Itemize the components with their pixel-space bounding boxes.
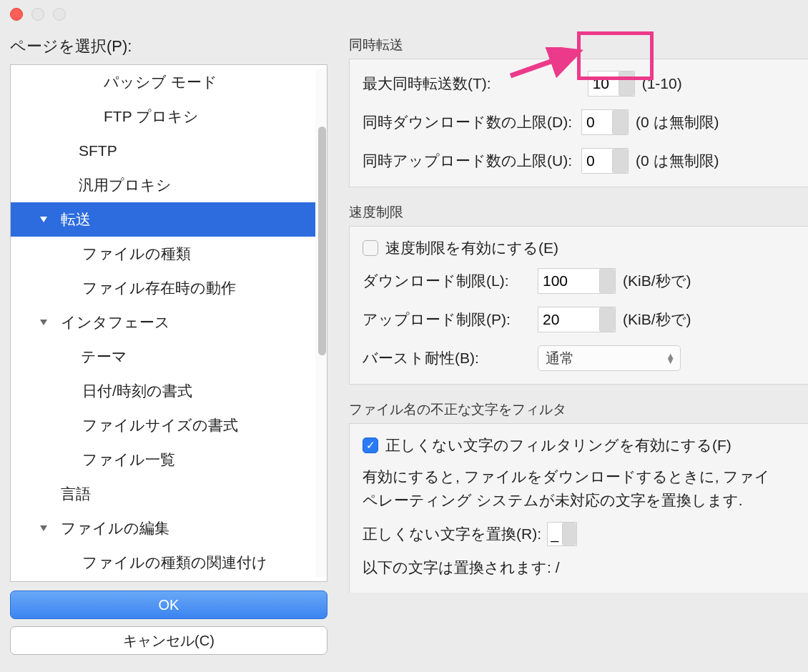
tree-item-label: ファイルの種類	[11, 244, 191, 264]
tree-item-label: SFTP	[11, 142, 117, 159]
tree-item-label: インタフェース	[11, 312, 170, 332]
burst-label: バースト耐性(B):	[363, 348, 538, 368]
tree-item[interactable]: ファイルの種類の関連付け	[11, 545, 315, 580]
replace-char-input[interactable]	[548, 523, 562, 545]
disclosure-triangle-icon[interactable]	[39, 524, 48, 533]
tree-item-label: パッシブ モード	[11, 72, 217, 92]
enable-speed-checkbox[interactable]	[363, 240, 378, 256]
max-uploads-label: 同時アップロード数の上限(U):	[363, 151, 572, 171]
replace-char-input-wrap[interactable]	[547, 522, 577, 546]
following-chars-label: 以下の文字は置換されます: /	[363, 556, 795, 580]
tree-item[interactable]: FTP プロキシ	[11, 99, 315, 134]
burst-value: 通常	[546, 349, 574, 368]
enable-speed-label: 速度制限を有効にする(E)	[385, 238, 558, 258]
cancel-button[interactable]: キャンセル(C)	[10, 626, 327, 655]
group-speed: 速度制限を有効にする(E) ダウンロード制限(L): (KiB/秒で) アップロ…	[349, 226, 808, 385]
tree-item[interactable]: 日付/時刻の書式	[11, 374, 315, 408]
disclosure-triangle-icon[interactable]	[39, 215, 48, 224]
tree-item-label: 転送	[11, 209, 91, 229]
disclosure-triangle-icon[interactable]	[39, 318, 48, 327]
upload-limit-input[interactable]	[538, 307, 599, 332]
replace-char-label: 正しくない文字を置換(R):	[363, 524, 541, 544]
tree-item-label: ファイルの編集	[11, 518, 169, 538]
stepper-icon[interactable]	[612, 149, 628, 173]
svg-marker-2	[40, 525, 47, 531]
tree-item[interactable]: ファイル一覧	[11, 443, 315, 477]
enable-filter-checkbox[interactable]: ✓	[363, 438, 378, 453]
tree-item-label: ファイルの種類の関連付け	[11, 553, 267, 573]
page-select-label: ページを選択(P):	[10, 36, 327, 57]
group-concurrent-title: 同時転送	[349, 36, 808, 54]
tree-item[interactable]: インタフェース	[11, 305, 315, 340]
group-concurrent: 最大同時転送数(T): (1-10) 同時ダウンロード数の上限(D): (0 は…	[349, 59, 808, 187]
tree-item-label: ファイルサイズの書式	[11, 415, 238, 435]
group-speed-title: 速度制限	[349, 203, 808, 222]
tree-item[interactable]: パッシブ モード	[11, 65, 315, 99]
stepper-icon[interactable]	[599, 269, 615, 293]
scrollbar-thumb[interactable]	[318, 127, 326, 355]
svg-marker-1	[40, 320, 47, 325]
max-uploads-hint: (0 は無制限)	[636, 151, 719, 171]
tree-item[interactable]: ファイルサイズの書式	[11, 408, 315, 443]
upload-limit-label: アップロード制限(P):	[363, 310, 538, 330]
tree-item[interactable]: 汎用プロキシ	[11, 168, 315, 202]
max-downloads-hint: (0 は無制限)	[636, 112, 719, 132]
ok-button[interactable]: OK	[10, 591, 327, 619]
tree-item-label: ファイル存在時の動作	[11, 278, 236, 298]
svg-marker-0	[40, 217, 47, 222]
download-limit-spinner[interactable]	[538, 268, 616, 294]
max-transfers-hint: (1-10)	[642, 75, 682, 92]
max-downloads-input[interactable]	[582, 110, 612, 134]
select-arrows-icon: ▲▼	[666, 353, 673, 363]
download-limit-unit: (KiB/秒で)	[623, 271, 691, 291]
filter-description: 有効にすると, ファイルをダウンロードするときに, ファイ ペレーティング シス…	[363, 465, 795, 512]
tree-item-label: 言語	[11, 484, 91, 504]
tree-item-label: 日付/時刻の書式	[11, 381, 192, 401]
tree-item[interactable]: 言語	[11, 477, 315, 511]
tree-item[interactable]: 転送	[11, 202, 315, 237]
settings-tree[interactable]: パッシブ モードFTP プロキシSFTP汎用プロキシ転送ファイルの種類ファイル存…	[10, 64, 327, 582]
upload-limit-spinner[interactable]	[538, 307, 616, 332]
tree-item[interactable]: ファイルの種類	[11, 237, 315, 271]
tree-item[interactable]: ファイル存在時の動作	[11, 271, 315, 305]
download-limit-input[interactable]	[538, 269, 599, 293]
stepper-icon[interactable]	[562, 523, 576, 545]
group-filter: ✓ 正しくない文字のフィルタリングを有効にする(F) 有効にすると, ファイルを…	[349, 423, 808, 593]
stepper-icon[interactable]	[619, 71, 634, 96]
max-downloads-spinner[interactable]	[581, 109, 629, 135]
max-transfers-input[interactable]	[588, 71, 619, 96]
minimize-window-icon	[31, 8, 44, 21]
tree-item[interactable]: SFTP	[11, 134, 315, 168]
enable-filter-label: 正しくない文字のフィルタリングを有効にする(F)	[385, 435, 731, 455]
max-transfers-spinner[interactable]	[588, 71, 635, 97]
tree-item-label: FTP プロキシ	[11, 107, 199, 127]
stepper-icon[interactable]	[599, 307, 615, 332]
download-limit-label: ダウンロード制限(L):	[363, 271, 538, 291]
stepper-icon[interactable]	[612, 110, 628, 134]
scrollbar[interactable]	[315, 69, 327, 577]
tree-item-label: 汎用プロキシ	[11, 175, 172, 195]
group-filter-title: ファイル名の不正な文字をフィルタ	[349, 400, 808, 419]
max-uploads-spinner[interactable]	[581, 148, 629, 174]
window-titlebar	[0, 0, 808, 29]
maximize-window-icon	[53, 8, 66, 21]
max-downloads-label: 同時ダウンロード数の上限(D):	[363, 112, 572, 132]
close-window-icon[interactable]	[10, 8, 23, 21]
tree-item-label: テーマ	[11, 347, 127, 367]
tree-item[interactable]: テーマ	[11, 340, 315, 374]
max-uploads-input[interactable]	[582, 149, 612, 173]
upload-limit-unit: (KiB/秒で)	[623, 310, 691, 330]
max-transfers-label: 最大同時転送数(T):	[363, 74, 491, 94]
tree-item[interactable]: ファイルの編集	[11, 511, 315, 545]
burst-select[interactable]: 通常 ▲▼	[538, 345, 681, 371]
tree-item-label: ファイル一覧	[11, 450, 175, 470]
